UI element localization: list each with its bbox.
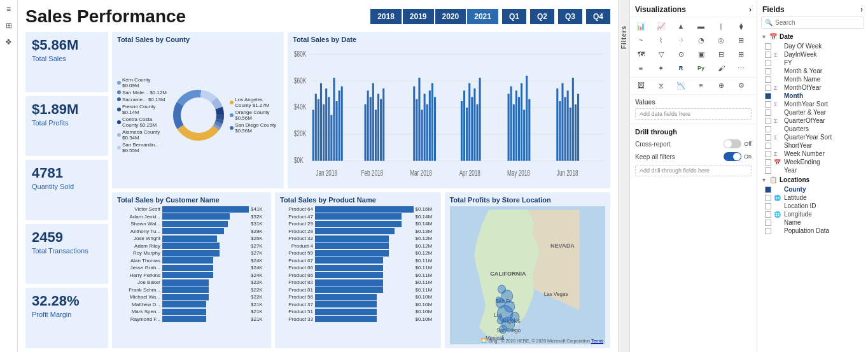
year-2019-btn[interactable]: 2019 (403, 9, 434, 24)
drill-add-field[interactable]: Add drill-through fields here (635, 165, 752, 176)
year-2020-btn[interactable]: 2020 (435, 9, 466, 24)
field-checkbox[interactable] (765, 203, 771, 209)
field-month[interactable]: Month (760, 92, 865, 100)
field-checkbox[interactable] (765, 195, 771, 201)
viz-icon-scatter[interactable]: ⁘ (674, 34, 688, 46)
field-checkbox[interactable] (765, 167, 771, 174)
field-county[interactable]: County (760, 185, 865, 194)
viz-panel-expand-icon[interactable]: › (749, 5, 752, 14)
fields-panel-close-icon[interactable]: › (860, 5, 863, 14)
field-weekending[interactable]: 📅WeekEnding (760, 158, 865, 166)
viz-icon-line[interactable]: 📈 (654, 20, 668, 32)
viz-icon-format[interactable]: 🖼 (634, 79, 648, 92)
field-checkbox[interactable] (765, 228, 771, 234)
field-longitude[interactable]: 🌐Longitude (760, 210, 865, 218)
viz-values-section: Values Add data fields here (630, 95, 757, 124)
nav-icon-1[interactable]: ≡ (3, 3, 15, 15)
viz-icon-filter2[interactable]: ⧖ (654, 79, 668, 92)
field-monthyear-sort[interactable]: ΣMonthYear Sort (760, 100, 865, 108)
field-quarteryear-sort[interactable]: ΣQuarterYear Sort (760, 133, 865, 141)
keep-filters-toggle[interactable]: On (724, 152, 752, 161)
field-checkbox[interactable] (765, 109, 771, 116)
viz-icon-drill2[interactable]: ⊕ (714, 79, 728, 92)
field-day-of-week[interactable]: Day Of Week (760, 42, 865, 50)
viz-icon-stacked-bar[interactable]: ▬ (694, 20, 708, 32)
field-fy[interactable]: FY (760, 59, 865, 67)
q4-btn[interactable]: Q4 (586, 9, 610, 24)
field-checkbox[interactable] (765, 68, 771, 74)
viz-icon-map[interactable]: 🗺 (634, 48, 648, 60)
viz-icon-ribbon[interactable]: ~ (634, 34, 648, 46)
viz-icon-analytics[interactable]: 📉 (674, 79, 688, 92)
viz-icon-decomp[interactable]: ✦ (654, 62, 668, 74)
field-checkbox[interactable] (765, 43, 771, 50)
nav-icon-2[interactable]: ⊞ (3, 19, 15, 32)
viz-icon-slicer[interactable]: ≡ (634, 62, 648, 74)
viz-icon-clustered[interactable]: ⧫ (734, 20, 748, 32)
year-2018-btn[interactable]: 2018 (370, 9, 402, 24)
field-checkbox[interactable] (765, 126, 771, 132)
viz-icon-card[interactable]: ▣ (694, 48, 708, 60)
viz-icon-donut[interactable]: ◎ (714, 34, 728, 46)
field-checkbox[interactable] (765, 118, 771, 124)
viz-icon-settings[interactable]: ⚙ (734, 79, 748, 92)
svg-rect-49 (434, 97, 436, 160)
field-month-name[interactable]: Month Name (760, 75, 865, 83)
viz-icon-pie[interactable]: ◔ (694, 34, 708, 46)
field-checkbox[interactable] (765, 134, 771, 141)
viz-icon-bar[interactable]: 📊 (634, 20, 648, 32)
field-checkbox[interactable] (765, 143, 771, 149)
field-checkbox[interactable] (765, 52, 771, 58)
viz-add-data-field[interactable]: Add data fields here (635, 108, 752, 120)
field-checkbox[interactable] (765, 60, 771, 66)
field-population-data[interactable]: Population Data (760, 227, 865, 235)
viz-icon-table[interactable]: ⊟ (714, 48, 728, 60)
field-quarter-year[interactable]: Quarter & Year (760, 108, 865, 116)
cross-report-toggle[interactable]: Off (724, 139, 752, 148)
viz-icon-waterfall[interactable]: ⌇ (654, 34, 668, 46)
field-checkbox-checked[interactable] (765, 187, 771, 193)
nav-icon-3[interactable]: ❖ (3, 36, 15, 48)
field-checkbox[interactable] (765, 159, 771, 165)
field-month-year[interactable]: Month & Year (760, 67, 865, 75)
q1-btn[interactable]: Q1 (502, 9, 526, 24)
field-name[interactable]: Name (760, 218, 865, 227)
field-monthofyear[interactable]: ΣMonthOfYear (760, 83, 865, 92)
viz-icon-gauge[interactable]: ⊙ (674, 48, 688, 60)
viz-icon-python[interactable]: Py (694, 62, 708, 74)
viz-icon-funnel[interactable]: ▽ (654, 48, 668, 60)
viz-icon-paint[interactable]: 🖌 (714, 62, 728, 74)
viz-icon-area[interactable]: ▲ (674, 20, 688, 32)
field-year[interactable]: Year (760, 166, 865, 174)
viz-icon-r[interactable]: R (674, 62, 688, 74)
field-checkbox[interactable] (765, 101, 771, 108)
field-quarterofyear[interactable]: ΣQuarterOfYear (760, 116, 865, 125)
field-quarters[interactable]: Quarters (760, 125, 865, 133)
year-2021-btn[interactable]: 2021 (467, 9, 498, 24)
viz-icon-column[interactable]: | (714, 20, 728, 32)
viz-icon-matrix[interactable]: ⊞ (734, 48, 748, 60)
field-shortyear[interactable]: ShortYear (760, 141, 865, 150)
q2-btn[interactable]: Q2 (530, 9, 554, 24)
date-group-header[interactable]: ▼ 📅 Date (760, 31, 865, 42)
field-week-number[interactable]: ΣWeek Number (760, 150, 865, 158)
field-dayinweek[interactable]: ΣDayInWeek (760, 50, 865, 59)
cross-report-track[interactable] (724, 139, 741, 148)
field-location-id[interactable]: Location ID (760, 202, 865, 210)
locations-group-header[interactable]: ▼ 📋 Locations (760, 174, 865, 185)
viz-icon-fieldlist[interactable]: ≡ (694, 79, 708, 92)
field-checkbox[interactable] (765, 76, 771, 83)
field-checkbox-checked[interactable] (765, 93, 771, 99)
viz-icon-more[interactable]: ⋯ (734, 62, 748, 74)
fields-search-input[interactable] (775, 19, 860, 26)
filters-strip[interactable]: Filters (618, 0, 629, 352)
q3-btn[interactable]: Q3 (558, 9, 582, 24)
keep-filters-track[interactable] (724, 152, 741, 161)
fields-search-box[interactable]: 🔍 (761, 17, 864, 29)
field-checkbox[interactable] (765, 211, 771, 218)
viz-icon-treemap[interactable]: ⊞ (734, 34, 748, 46)
field-checkbox[interactable] (765, 151, 771, 157)
field-latitude[interactable]: 🌐Latitude (760, 194, 865, 202)
field-checkbox[interactable] (765, 220, 771, 226)
field-checkbox[interactable] (765, 85, 771, 91)
